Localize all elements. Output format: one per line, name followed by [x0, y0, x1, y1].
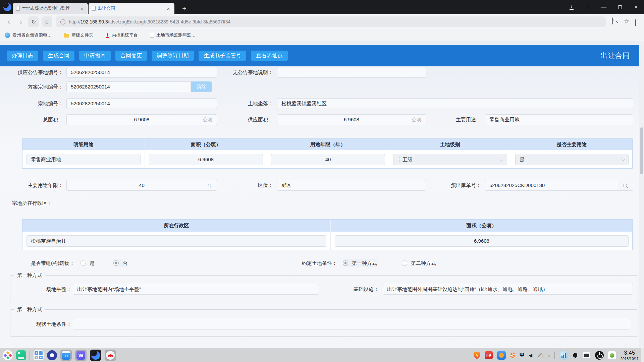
bookmark-new-folder[interactable]: 新建文件夹: [64, 32, 93, 38]
radio-method-1[interactable]: 第一种方式: [343, 259, 377, 267]
table-cell: 松桃苗族自治县: [22, 232, 330, 250]
minimize-button[interactable]: —: [596, 0, 612, 14]
bookmark-label: 新建文件夹: [71, 32, 93, 38]
pre-out-no-input[interactable]: 5206282025CKD000130: [485, 180, 617, 191]
monitor-chart-icon[interactable]: [559, 351, 568, 360]
bookmark-internal-control[interactable]: 内控系统平台: [105, 32, 138, 38]
detail-use-input[interactable]: 零售商业用地: [26, 154, 141, 165]
office-app-icon[interactable]: W: [75, 350, 87, 361]
usage-table-header-ismain: 是否主要用途: [511, 139, 632, 150]
taskbar-clock[interactable]: 3:45 2018/10/11: [621, 350, 639, 361]
contract-change-button[interactable]: 合同变更: [115, 51, 147, 61]
taskbar-left: +−×= W: [3, 348, 116, 362]
search-icon: [623, 184, 627, 187]
generate-supervision-no-button[interactable]: 生成电子监管号: [199, 51, 246, 61]
pre-out-no-label: 预出库单号：: [413, 180, 481, 191]
sogou-input-icon[interactable]: S: [510, 352, 515, 359]
page-icon: [150, 33, 154, 38]
is-main-use-select[interactable]: 是: [515, 154, 629, 165]
bookmark-star-icon[interactable]: ☆: [624, 17, 630, 25]
radio-method-2[interactable]: 第二种方式: [402, 259, 436, 267]
clear-button[interactable]: 清除: [191, 81, 212, 92]
is-main-use-value: 是: [520, 157, 525, 162]
scrollbar-track[interactable]: [639, 41, 644, 348]
security-shield-icon[interactable]: ϟ: [474, 352, 480, 359]
admin-area-input[interactable]: 6.9608: [335, 235, 629, 247]
total-area-value: 6.9608: [67, 115, 217, 125]
address-input[interactable]: i http://192.168.90.3/tdsc/zpgEdit/zpght…: [56, 16, 606, 27]
site-info-icon[interactable]: i: [60, 19, 65, 24]
chevron-down-icon[interactable]: [635, 19, 636, 25]
total-area-input[interactable]: 6.9608 公顷: [66, 114, 217, 125]
generate-contract-button[interactable]: 生成合同: [43, 51, 74, 61]
launcher-icon[interactable]: [3, 350, 13, 360]
radio-building-no[interactable]: 否: [113, 259, 127, 267]
pet-app-tray-icon[interactable]: [497, 351, 506, 360]
terminal-app-icon[interactable]: [16, 350, 26, 360]
calculator-app-icon[interactable]: +−×=: [34, 350, 44, 360]
tab-close-icon[interactable]: ×: [79, 6, 85, 11]
f9-tray-icon[interactable]: F9: [485, 351, 493, 359]
site-level-input[interactable]: 出让宗地范围内“场地不平整”: [73, 284, 319, 295]
method2-fieldset: 第二种方式 现状土地条件：: [10, 306, 638, 337]
district-input[interactable]: 郊区: [277, 180, 426, 191]
new-tab-button[interactable]: ＋: [180, 4, 189, 13]
log-button[interactable]: 办理日志: [7, 51, 38, 61]
search-button[interactable]: [617, 180, 633, 191]
tab-close-icon[interactable]: ×: [166, 6, 171, 11]
view-boundary-points-button[interactable]: 查看界址点: [251, 51, 288, 61]
main-use-years-value: 40: [67, 180, 217, 190]
home-icon[interactable]: ⌂: [42, 16, 52, 27]
main-use-years-input[interactable]: 40 年: [66, 180, 217, 191]
supply-area-input[interactable]: 6.9608 公顷: [277, 114, 426, 125]
notification-bell-icon[interactable]: [573, 353, 578, 358]
scrollbar-thumb[interactable]: [640, 127, 643, 174]
tab-monitor-system[interactable]: 土地市场动态监测与监管 ×: [13, 3, 88, 14]
settings-gear-icon[interactable]: [47, 350, 57, 360]
forward-icon[interactable]: ›: [15, 16, 26, 27]
current-condition-input[interactable]: [73, 319, 630, 329]
tray-expand-icon[interactable]: ›: [548, 352, 550, 359]
pen-warning-icon[interactable]: !: [537, 352, 543, 359]
detail-area-input[interactable]: 6.9608: [149, 154, 263, 165]
supply-notice-no-input[interactable]: 52062820250014: [66, 67, 217, 78]
no-notice-note-input[interactable]: [277, 67, 426, 78]
volume-icon[interactable]: ◀: [529, 353, 532, 358]
url-host: 192.168.90.3: [80, 19, 108, 24]
screenshot-app-icon[interactable]: [608, 351, 616, 359]
back-icon[interactable]: ‹: [3, 16, 14, 27]
power-icon[interactable]: [595, 351, 604, 360]
table-cell: 零售商业用地: [22, 150, 145, 169]
detail-years-input[interactable]: 40: [271, 154, 385, 165]
usb-icon[interactable]: Ψ: [520, 352, 525, 358]
plan-parcel-no-input[interactable]: 52062820250014: [66, 81, 191, 92]
main-use-input[interactable]: 零售商业用地: [485, 114, 633, 125]
reload-icon[interactable]: ↻: [28, 16, 39, 27]
adjust-sign-date-button[interactable]: 调整签订日期: [152, 51, 194, 61]
infrastructure-input[interactable]: 出让宗地范围外周围基础设施达到“四通”（即:通水、通电、通路、通讯）: [383, 284, 633, 295]
bookmark-guizhou[interactable]: 贵州省自然资源电…: [5, 32, 52, 38]
table-cell: 40: [267, 150, 389, 169]
download-icon[interactable]: ↓: [564, 0, 580, 14]
usage-table-header-use: 明细用途: [22, 139, 145, 150]
land-location-input[interactable]: 松桃孟溪镇孟溪社区: [277, 98, 633, 109]
maximize-button[interactable]: [612, 0, 628, 14]
withdraw-request-button[interactable]: 申请撤回: [79, 51, 111, 61]
zoom-icon[interactable]: +: [612, 18, 613, 24]
browser-app-icon[interactable]: [90, 350, 101, 361]
radio-building-yes[interactable]: 是: [80, 259, 95, 267]
parcel-no-input[interactable]: 52062820250014: [66, 98, 217, 109]
menu-icon[interactable]: ≡: [580, 0, 596, 14]
tab-transfer-contract[interactable]: 出让合同 ×: [89, 3, 174, 14]
bookmark-land-monitor[interactable]: 土地市场监测与监…: [150, 32, 196, 38]
current-condition-label: 现状土地条件：: [10, 319, 71, 329]
close-button[interactable]: ×: [628, 0, 644, 14]
keyboard-icon[interactable]: [582, 352, 591, 359]
red-lotus-app-icon[interactable]: [105, 350, 116, 361]
window-controls: ↓ ≡ — ×: [564, 0, 644, 14]
bookmark-label: 土地市场监测与监…: [156, 32, 196, 38]
land-grade-select[interactable]: 十五级: [393, 154, 507, 165]
file-manager-app-icon[interactable]: [60, 350, 72, 361]
show-desktop-strip[interactable]: [641, 348, 644, 362]
admin-region-input[interactable]: 松桃苗族自治县: [26, 235, 326, 247]
